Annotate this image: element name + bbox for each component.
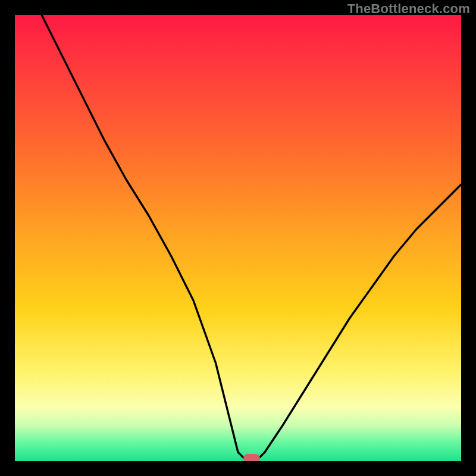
attribution-text: TheBottleneck.com [347,1,470,17]
chart-frame: TheBottleneck.com [0,0,476,476]
bottleneck-curve [15,15,461,461]
optimum-marker [243,454,260,461]
plot-area [15,15,461,461]
